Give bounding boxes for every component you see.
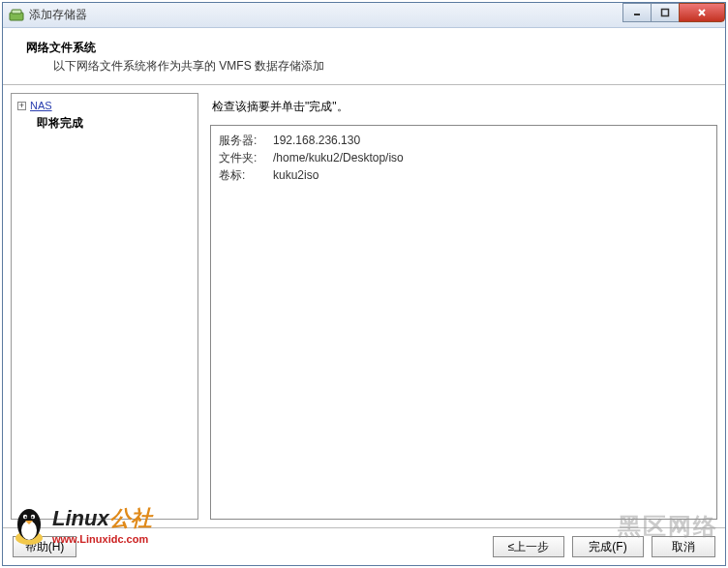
window-title: 添加存储器 xyxy=(29,7,87,23)
minimize-button[interactable] xyxy=(622,3,652,22)
folder-value: /home/kuku2/Desktop/iso xyxy=(273,149,404,166)
server-value: 192.168.236.130 xyxy=(273,132,360,149)
folder-label: 文件夹: xyxy=(219,149,273,166)
back-button[interactable]: ≤上一步 xyxy=(493,536,564,557)
volume-label: 卷标: xyxy=(219,166,273,184)
header-subtitle: 以下网络文件系统将作为共享的 VMFS 数据存储添加 xyxy=(53,58,710,75)
instruction-text: 检查该摘要并单击"完成"。 xyxy=(212,99,717,115)
window-controls xyxy=(623,3,725,22)
close-button[interactable] xyxy=(679,3,725,22)
volume-value: kuku2iso xyxy=(273,166,318,184)
svg-rect-3 xyxy=(662,9,669,15)
server-label: 服务器: xyxy=(219,132,273,149)
cancel-button[interactable]: 取消 xyxy=(652,536,715,557)
step-nas[interactable]: NAS xyxy=(30,100,52,111)
finish-button[interactable]: 完成(F) xyxy=(572,536,644,557)
wizard-steps-sidebar: + NAS 即将完成 xyxy=(11,93,198,520)
expand-icon[interactable]: + xyxy=(17,102,26,110)
titlebar: 添加存储器 xyxy=(3,3,725,28)
maximize-button[interactable] xyxy=(651,3,680,22)
step-ready: 即将完成 xyxy=(17,115,192,132)
content-panel: 检查该摘要并单击"完成"。 服务器: 192.168.236.130 文件夹: … xyxy=(198,93,717,520)
header-title: 网络文件系统 xyxy=(26,40,710,56)
wizard-footer: 帮助(H) ≤上一步 完成(F) 取消 xyxy=(3,527,725,565)
wizard-header: 网络文件系统 以下网络文件系统将作为共享的 VMFS 数据存储添加 xyxy=(3,28,725,85)
help-button[interactable]: 帮助(H) xyxy=(13,536,76,557)
app-icon xyxy=(9,8,24,23)
summary-box: 服务器: 192.168.236.130 文件夹: /home/kuku2/De… xyxy=(210,125,717,520)
svg-rect-1 xyxy=(12,10,21,14)
